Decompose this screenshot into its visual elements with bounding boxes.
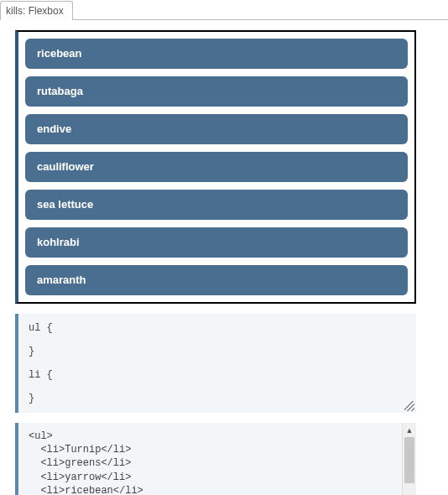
list-item: ricebean [25,39,408,69]
tab-label: kills: Flexbox [6,5,64,17]
scroll-track[interactable] [403,437,416,495]
pill-label: endive [37,122,71,135]
list-item: amaranth [25,265,408,295]
pill-label: cauliflower [37,160,94,173]
css-editor-content: ul { } li { } [29,322,53,404]
scroll-thumb[interactable] [404,437,414,483]
list-item: cauliflower [25,152,408,182]
scroll-up-icon[interactable]: ▲ [403,423,416,437]
tab-bar: kills: Flexbox [0,0,448,20]
pill-label: amaranth [37,274,86,286]
preview-pane: ricebean rutabaga endive cauliflower sea… [15,30,416,304]
resize-grip-icon[interactable] [404,401,414,411]
list-item: endive [25,114,408,144]
page: ricebean rutabaga endive cauliflower sea… [0,20,448,495]
tab-flexbox[interactable]: kills: Flexbox [0,1,73,20]
list-item: sea lettuce [25,190,408,220]
scrollbar[interactable]: ▲ ▼ [402,423,416,495]
pill-label: kohlrabi [37,236,80,248]
pill-label: sea lettuce [37,198,93,211]
pill-label: ricebean [37,47,81,60]
list-item: kohlrabi [25,227,408,258]
pill-label: rutabaga [37,85,83,97]
pill-list: ricebean rutabaga endive cauliflower sea… [25,39,408,295]
css-editor[interactable]: ul { } li { } [15,314,416,413]
html-editor[interactable]: <ul> <li>Turnip</li> <li>greens</li> <li… [15,423,416,495]
list-item: rutabaga [25,76,408,107]
html-editor-content: <ul> <li>Turnip</li> <li>greens</li> <li… [18,423,402,495]
content-column: ricebean rutabaga endive cauliflower sea… [15,30,416,495]
